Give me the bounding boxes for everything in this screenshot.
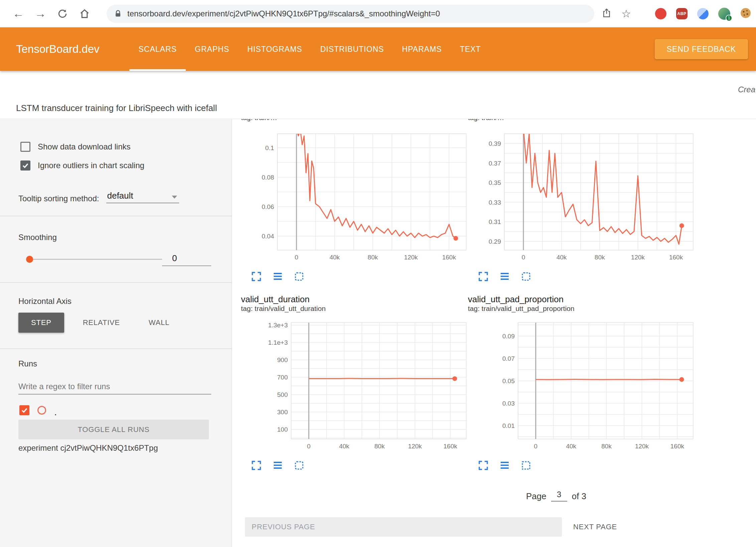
scalar-line-chart[interactable]: 040k80k120k160k0.290.310.330.350.370.39 [468, 133, 694, 266]
scalar-line-chart[interactable]: 040k80k120k160k0.040.060.080.1 [241, 133, 467, 266]
svg-text:120k: 120k [635, 443, 649, 450]
scalar-chart-card: valid_utt_duration tag: train/valid_utt_… [241, 294, 467, 471]
axis-step-button[interactable]: STEP [18, 313, 64, 333]
svg-text:100: 100 [277, 426, 288, 433]
charts-panel: tag: train/… 040k80k120k160k0.040.060.08… [232, 119, 756, 547]
tab-text[interactable]: TEXT [451, 27, 490, 71]
svg-text:80k: 80k [595, 254, 605, 261]
fit-domain-icon[interactable] [521, 271, 531, 282]
view-data-icon[interactable] [499, 271, 510, 282]
view-data-icon[interactable] [272, 271, 283, 282]
svg-text:80k: 80k [368, 254, 378, 261]
svg-text:0.37: 0.37 [489, 160, 501, 167]
run-checkbox[interactable] [19, 405, 29, 415]
svg-text:0.35: 0.35 [489, 179, 501, 186]
tab-distributions[interactable]: DISTRIBUTIONS [311, 27, 393, 71]
fit-domain-icon[interactable] [521, 460, 531, 471]
chevron-down-icon [172, 196, 177, 199]
svg-text:0.1: 0.1 [265, 144, 274, 151]
clipped-right-text: Crea [738, 85, 755, 94]
scalar-line-chart[interactable]: 040k80k120k160k0.010.030.050.070.09 [468, 322, 694, 455]
svg-text:0.31: 0.31 [489, 218, 501, 225]
app-brand: TensorBoard.dev [16, 43, 99, 56]
tab-graphs[interactable]: GRAPHS [186, 27, 238, 71]
home-icon[interactable] [78, 7, 91, 20]
view-data-icon[interactable] [272, 460, 283, 471]
axis-wall-button[interactable]: WALL [139, 313, 179, 333]
svg-text:160k: 160k [442, 254, 456, 261]
settings-sidebar: Show data download links Ignore outliers… [0, 119, 232, 547]
svg-text:1.1e+3: 1.1e+3 [268, 339, 288, 346]
toolbar-icons: ☆ ABP 1 [602, 7, 756, 20]
run-name[interactable]: . [54, 406, 57, 418]
browser-toolbar: ← → tensorboard.dev/experiment/cj2vtPiwQ… [0, 0, 756, 27]
previous-page-button[interactable]: PREVIOUS PAGE [245, 517, 562, 537]
svg-text:0.06: 0.06 [262, 203, 274, 210]
svg-text:0.04: 0.04 [262, 233, 274, 240]
view-data-icon[interactable] [499, 460, 510, 471]
svg-text:700: 700 [277, 374, 288, 381]
share-icon[interactable] [602, 8, 612, 19]
svg-text:0.05: 0.05 [502, 377, 515, 385]
expand-chart-icon[interactable] [478, 271, 489, 282]
send-feedback-button[interactable]: SEND FEEDBACK [655, 39, 748, 59]
chart-actions [241, 460, 467, 471]
lock-icon[interactable] [114, 10, 122, 18]
svg-text:0.07: 0.07 [502, 355, 515, 362]
divider [0, 282, 232, 283]
svg-text:120k: 120k [404, 254, 418, 261]
page-number-input[interactable] [551, 488, 567, 502]
horizontal-axis-buttons: STEP RELATIVE WALL [18, 313, 179, 333]
tab-scalars[interactable]: SCALARS [129, 27, 185, 71]
slider-track[interactable] [29, 259, 162, 260]
expand-chart-icon[interactable] [251, 460, 262, 471]
smoothing-slider [18, 253, 212, 267]
runs-filter-input[interactable] [18, 379, 211, 395]
scalar-chart-card: valid_utt_pad_proportion tag: train/vali… [468, 294, 694, 471]
scalar-line-chart[interactable]: 040k80k120k160k1003005007009001.1e+31.3e… [241, 322, 467, 455]
smoothing-value-input[interactable] [162, 251, 211, 266]
url-bar[interactable]: tensorboard.dev/experiment/cj2vtPiwQHKN9… [107, 5, 594, 23]
svg-text:40k: 40k [566, 443, 576, 450]
svg-text:0: 0 [522, 254, 525, 261]
url-text: tensorboard.dev/experiment/cj2vtPiwQHKN9… [127, 9, 440, 18]
back-icon[interactable]: ← [12, 7, 25, 20]
reload-icon[interactable] [56, 7, 69, 20]
expand-chart-icon[interactable] [251, 271, 262, 282]
bookmark-star-icon[interactable]: ☆ [621, 8, 631, 19]
page-of-label: of 3 [572, 491, 586, 502]
ignore-outliers-row: Ignore outliers in chart scaling [20, 160, 144, 171]
cookie-icon[interactable] [740, 7, 751, 20]
forward-icon[interactable]: → [34, 7, 47, 20]
slider-thumb[interactable] [26, 256, 33, 263]
svg-text:120k: 120k [408, 443, 422, 450]
profile-avatar[interactable]: 1 [718, 8, 730, 20]
tab-hparams[interactable]: HPARAMS [393, 27, 451, 71]
expand-chart-icon[interactable] [478, 460, 489, 471]
run-color-swatch[interactable] [37, 406, 46, 415]
divider [0, 216, 232, 216]
svg-text:0: 0 [534, 443, 538, 450]
toggle-all-runs-button[interactable]: TOGGLE ALL RUNS [18, 420, 209, 439]
tab-histograms[interactable]: HISTOGRAMS [238, 27, 311, 71]
fit-domain-icon[interactable] [294, 271, 304, 282]
fit-domain-icon[interactable] [294, 460, 304, 471]
tooltip-sorting-dropdown[interactable]: default [106, 191, 179, 203]
ignore-outliers-checkbox[interactable] [20, 160, 30, 171]
show-download-links-checkbox[interactable] [20, 142, 30, 152]
extension-blue-icon[interactable] [697, 8, 709, 19]
svg-text:40k: 40k [330, 254, 340, 261]
next-page-button[interactable]: NEXT PAGE [573, 517, 617, 537]
svg-text:900: 900 [277, 356, 288, 363]
extension-red-icon[interactable] [655, 8, 666, 19]
svg-text:80k: 80k [374, 443, 385, 450]
adblock-plus-icon[interactable]: ABP [676, 8, 687, 19]
axis-relative-button[interactable]: RELATIVE [73, 313, 130, 333]
tooltip-sorting-row: Tooltip sorting method: default [18, 191, 179, 203]
tooltip-sorting-label: Tooltip sorting method: [18, 194, 99, 203]
chart-tag: tag: train/… [241, 119, 467, 122]
svg-text:80k: 80k [601, 443, 612, 450]
show-download-links-row: Show data download links [20, 142, 131, 152]
svg-text:0: 0 [307, 443, 311, 450]
page-label: Page [526, 491, 546, 502]
